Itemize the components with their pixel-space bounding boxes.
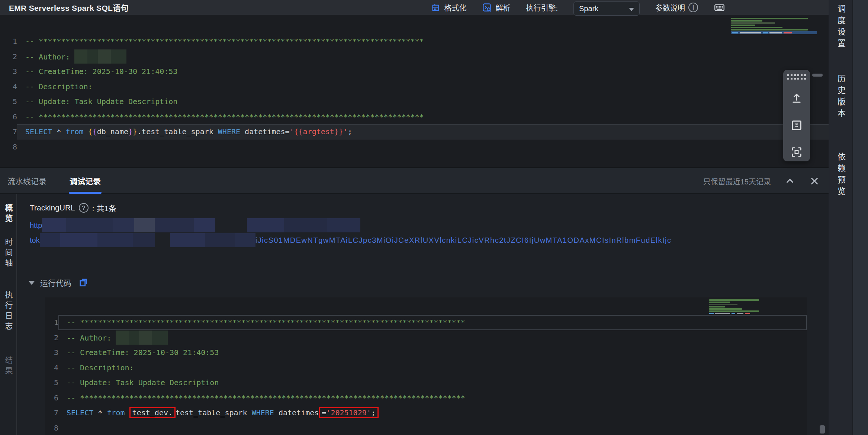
- code-line: 5-- Update: Task Update Description: [0, 94, 829, 109]
- sidebar-gutter: [852, 0, 868, 435]
- panel-tabs-bar: 流水线记录 调试记录 只保留最近15天记录: [0, 168, 829, 194]
- format-button[interactable]: 格式化: [431, 2, 466, 13]
- close-icon[interactable]: [809, 175, 820, 187]
- parse-label: 解析: [495, 2, 510, 13]
- params-help-button[interactable]: 参数说明 i: [655, 2, 698, 13]
- annotation-box: test_dev.: [129, 407, 176, 418]
- right-sidebar: 调度设置 历史版本 依赖预览: [829, 0, 868, 435]
- redacted-content: [74, 49, 126, 64]
- panel-header-actions: 只保留最近15天记录: [703, 168, 820, 194]
- line-number: 1: [0, 37, 17, 46]
- code-line: 2-- Author:: [45, 330, 807, 345]
- token-text: iJicS01MDEwNTgwMTAiLCJpc3MiOiJCeXRlUXVlc…: [255, 236, 672, 245]
- code-line: 6-- ************************************…: [45, 390, 807, 406]
- fullscreen-icon[interactable]: [790, 146, 803, 160]
- link-prefix: http: [30, 221, 42, 230]
- code-line: 2-- Author:: [0, 49, 829, 64]
- line-number: 2: [45, 333, 58, 342]
- code-text: -- CreateTime: 2025-10-30 21:40:53: [25, 67, 177, 76]
- code-text: -- *************************************…: [67, 318, 465, 327]
- tracking-url-link[interactable]: http: [30, 218, 360, 233]
- code-text: SELECT * from {{db_name}}.test_table_spa…: [25, 127, 352, 136]
- code-scan-icon: [482, 3, 492, 13]
- link-prefix: tok: [30, 236, 40, 245]
- code-text: -- Description:: [25, 82, 93, 91]
- redacted-content: [116, 331, 168, 345]
- line-number: 4: [45, 363, 58, 372]
- nav-item-result[interactable]: 结果: [3, 356, 14, 377]
- sidebar-item-schedule-settings[interactable]: 调度设置: [835, 4, 846, 51]
- code-line: 8: [0, 139, 829, 155]
- code-line: 6-- ************************************…: [0, 109, 829, 125]
- code-line: 4-- Description:: [0, 79, 829, 94]
- run-code-section-header: 运行代码: [28, 277, 89, 288]
- line-number: 7: [0, 127, 17, 136]
- code-text: -- CreateTime: 2025-10-30 21:40:53: [67, 348, 219, 357]
- code-line: 7SELECT * from test_dev.test_table_spark…: [45, 405, 807, 420]
- code-line: 1-- ************************************…: [45, 315, 807, 330]
- code-line: 3-- CreateTime: 2025-10-30 21:40:53: [45, 345, 807, 360]
- line-number: 3: [45, 348, 58, 357]
- code-line: 7SELECT * from {{db_name}}.test_table_sp…: [0, 124, 829, 139]
- nav-item-overview[interactable]: 概览: [3, 204, 14, 225]
- code-text: -- *************************************…: [25, 112, 424, 121]
- line-number: 4: [0, 82, 17, 91]
- engine-label: 执行引擎:: [526, 2, 558, 13]
- panel-scrollbar[interactable]: [820, 425, 825, 434]
- params-label: 参数说明: [655, 2, 685, 13]
- engine-select[interactable]: Spark: [573, 1, 640, 16]
- minimap[interactable]: [709, 299, 765, 315]
- help-circle-icon: ?: [79, 203, 89, 213]
- line-number: 5: [45, 378, 58, 387]
- code-text: -- Author:: [67, 331, 168, 345]
- drag-handle-icon[interactable]: [787, 74, 806, 80]
- code-text: -- *************************************…: [25, 37, 424, 46]
- run-code-label: 运行代码: [40, 277, 71, 288]
- tab-debug-records[interactable]: 调试记录: [70, 168, 101, 194]
- code-line: 4-- Description:: [45, 360, 807, 376]
- nav-item-timeline[interactable]: 时间轴: [3, 238, 14, 269]
- line-number: 8: [0, 142, 17, 151]
- code-text: SELECT * from test_dev.test_table_spark …: [67, 407, 379, 418]
- redacted-content: [40, 233, 255, 247]
- line-number: 1: [45, 318, 58, 327]
- upload-icon[interactable]: [790, 92, 803, 106]
- copy-icon[interactable]: [78, 277, 89, 288]
- line-number: 6: [0, 112, 17, 121]
- right-sidebar-labels: 调度设置 历史版本 依赖预览: [829, 0, 852, 435]
- sidebar-item-history-versions[interactable]: 历史版本: [835, 74, 846, 120]
- tracking-url-count: : 共1条: [92, 202, 116, 213]
- minimap-code-line: [709, 313, 765, 314]
- sql-editor[interactable]: 1-- ************************************…: [0, 15, 829, 168]
- tracking-token-link[interactable]: tok iJicS01MDEwNTgwMTAiLCJpc3MiOiJCeXRlU…: [30, 233, 672, 248]
- code-line: 8: [45, 420, 807, 435]
- engine-value: Spark: [579, 4, 598, 13]
- panel-side-nav: 概览 时间轴 执行日志 结果: [0, 194, 17, 435]
- run-code-viewer[interactable]: 1-- ************************************…: [45, 297, 807, 435]
- app-window: EMR Serverless Spark SQL语句 格式化 解析: [0, 0, 868, 435]
- line-number: 5: [0, 97, 17, 106]
- fit-view-icon[interactable]: [790, 119, 803, 133]
- chevron-up-icon[interactable]: [784, 175, 795, 187]
- sidebar-item-dependency-preview[interactable]: 依赖预览: [835, 152, 846, 199]
- parse-button[interactable]: 解析: [482, 2, 510, 13]
- keyboard-icon: [714, 2, 725, 13]
- code-line: 1-- ************************************…: [0, 34, 829, 49]
- info-circle-icon: i: [688, 3, 698, 12]
- code-text: -- *************************************…: [67, 393, 465, 402]
- annotation-box: ='20251029';: [319, 407, 379, 418]
- editor-scrollbar[interactable]: [812, 74, 823, 77]
- nav-item-execution-log[interactable]: 执行日志: [3, 291, 14, 332]
- line-number: 6: [45, 393, 58, 402]
- top-toolbar: EMR Serverless Spark SQL语句 格式化 解析: [0, 0, 829, 15]
- sql-editor-lines: 1-- ************************************…: [0, 15, 829, 154]
- code-text: -- Description:: [67, 363, 134, 372]
- tab-pipeline-records[interactable]: 流水线记录: [7, 168, 46, 194]
- format-label: 格式化: [444, 2, 466, 13]
- floating-toolbar: [783, 70, 810, 161]
- shortcuts-button[interactable]: [714, 2, 725, 13]
- page-title: EMR Serverless Spark SQL语句: [9, 2, 129, 13]
- toolbar-actions: 格式化 解析 执行引擎: Spark 参数说明 i: [431, 0, 725, 15]
- minimap[interactable]: [731, 18, 817, 34]
- collapse-caret-icon[interactable]: [28, 281, 35, 285]
